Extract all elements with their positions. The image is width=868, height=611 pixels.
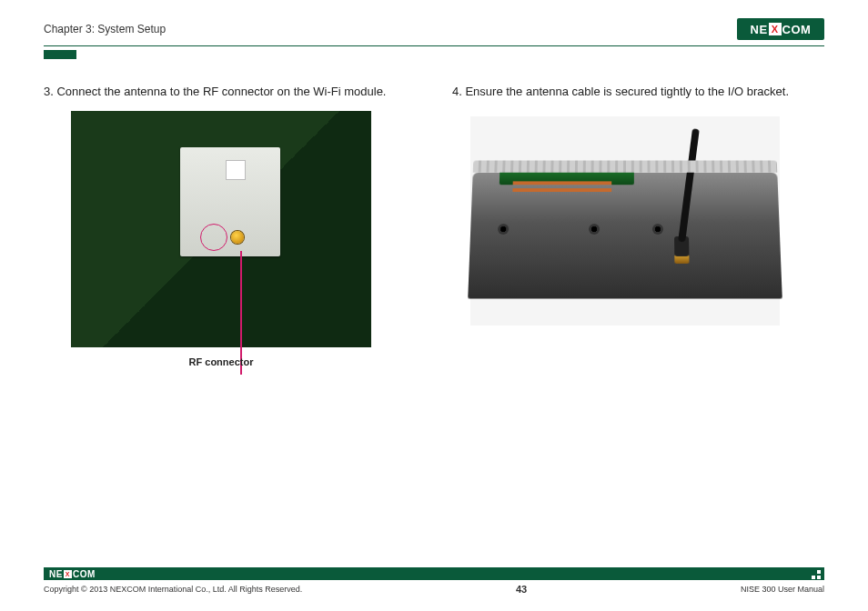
wifi-card-graphic	[180, 147, 280, 256]
nexcom-logo-header: NE X COM	[737, 18, 824, 40]
footer-ornament-icon	[812, 570, 821, 579]
header-tab-accent	[44, 50, 76, 59]
copyright-text: Copyright © 2013 NEXCOM International Co…	[44, 585, 302, 594]
logo-text-pre: NE	[751, 23, 768, 36]
screw-hole-icon	[498, 224, 509, 235]
callout-label-rf-connector: RF connector	[71, 356, 371, 367]
rf-connector-dot	[231, 231, 244, 244]
nexcom-logo-footer: NE X COM	[49, 569, 96, 579]
callout-circle	[200, 224, 227, 251]
footer-bar: NE X COM	[44, 567, 824, 580]
step-3-text: 3. Connect the antenna to the RF connect…	[44, 85, 416, 98]
chassis-graphic	[468, 173, 782, 299]
antenna-graphic	[678, 128, 700, 242]
header-rule	[44, 45, 824, 46]
footer-logo-pre: NE	[49, 569, 63, 579]
logo-x-icon: X	[769, 23, 782, 35]
screw-hole-icon	[589, 224, 600, 235]
footer-logo-x-icon: X	[64, 570, 72, 578]
figure-io-bracket-photo	[470, 116, 780, 326]
document-title: NISE 300 User Manual	[741, 585, 824, 594]
copper-trace-graphic	[513, 181, 612, 185]
footer-logo-post: COM	[73, 569, 96, 579]
screw-hole-icon	[652, 224, 663, 235]
logo-text-post: COM	[782, 23, 812, 36]
page-number: 43	[516, 584, 527, 595]
step-4-text: 4. Ensure the antenna cable is secured t…	[452, 85, 824, 98]
chapter-title: Chapter 3: System Setup	[44, 23, 166, 35]
figure-3-wrap: RF connector	[44, 111, 416, 347]
